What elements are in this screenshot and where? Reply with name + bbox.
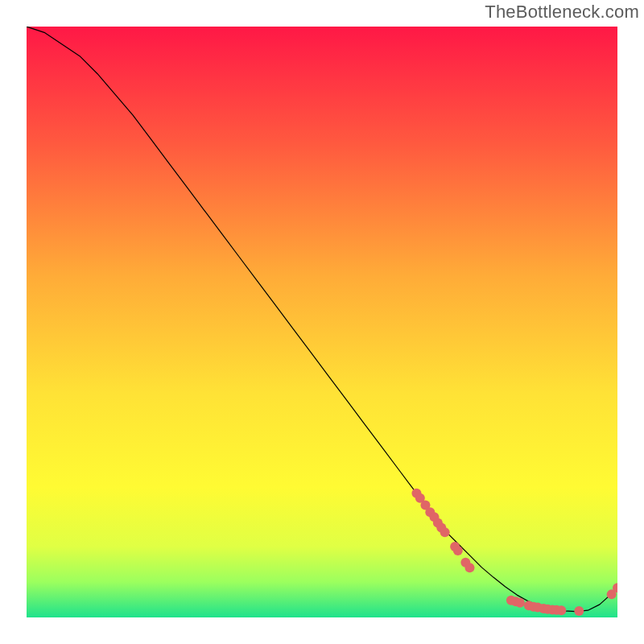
chart-svg [27,27,617,617]
data-point [440,527,450,537]
watermark-label: TheBottleneck.com [485,2,639,23]
gradient-background [27,27,617,617]
data-point [465,563,475,572]
data-point [574,606,584,616]
chart-plot-area [27,27,617,617]
data-point [556,605,566,615]
data-point [453,546,463,555]
data-point [515,598,525,608]
